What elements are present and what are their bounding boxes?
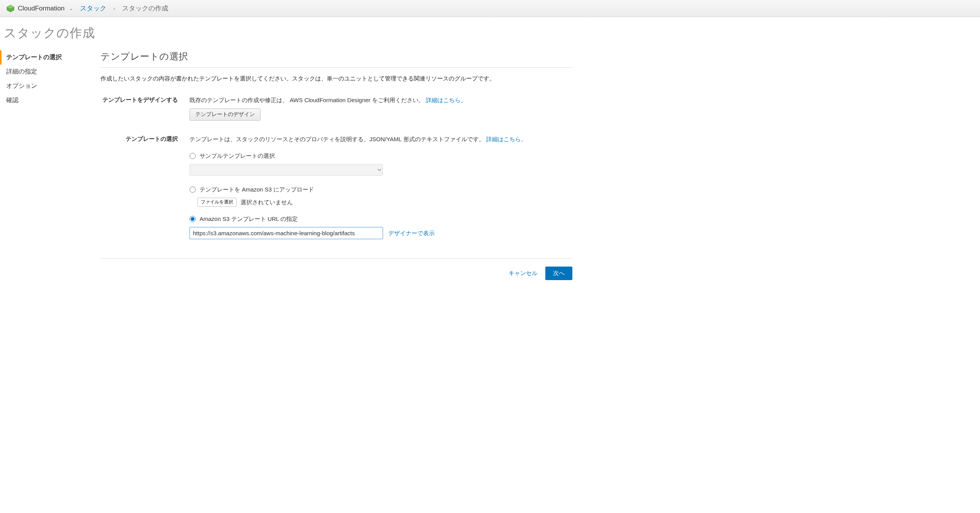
- sidebar-item-details[interactable]: 詳細の指定: [0, 65, 93, 79]
- cancel-button[interactable]: キャンセル: [509, 270, 538, 277]
- radio-s3url-label[interactable]: Amazon S3 テンプレート URL の指定: [200, 214, 298, 224]
- sidebar-item-label: オプション: [6, 82, 37, 89]
- view-in-designer-link[interactable]: デザイナーで表示: [388, 228, 435, 238]
- design-template-row: テンプレートをデザインする 既存のテンプレートの作成や修正は、 AWS Clou…: [101, 95, 572, 121]
- cloudformation-icon: [6, 4, 15, 13]
- service-selector[interactable]: CloudFormation ⌄: [6, 4, 73, 13]
- s3-url-row: デザイナーで表示: [190, 227, 572, 239]
- next-button[interactable]: 次へ: [545, 267, 572, 280]
- design-template-label: テンプレートをデザインする: [101, 95, 178, 121]
- breadcrumb-link-stacks[interactable]: スタック: [80, 4, 106, 13]
- main-content: テンプレートの選択 作成したいスタックの内容が書かれたテンプレートを選択してくだ…: [93, 47, 580, 296]
- radio-row-s3url: Amazon S3 テンプレート URL の指定: [190, 214, 572, 224]
- radio-upload-s3[interactable]: [190, 186, 196, 193]
- design-template-text: 既存のテンプレートの作成や修正は、 AWS CloudFormation Des…: [190, 97, 424, 103]
- section-description: 作成したいスタックの内容が書かれたテンプレートを選択してください。スタックは、単…: [101, 68, 572, 95]
- radio-sample-template[interactable]: [190, 153, 196, 159]
- choose-file-button[interactable]: ファイルを選択: [197, 198, 237, 207]
- sidebar-item-label: テンプレートの選択: [6, 54, 62, 60]
- radio-row-upload: テンプレートを Amazon S3 にアップロード: [190, 184, 572, 195]
- file-upload-row: ファイルを選択 選択されていません: [197, 197, 572, 207]
- radio-sample-label[interactable]: サンプルテンプレートの選択: [200, 150, 275, 161]
- select-details-link[interactable]: 詳細はこちら。: [486, 136, 527, 142]
- breadcrumb-current: スタックの作成: [122, 4, 168, 13]
- sample-template-select[interactable]: [190, 164, 383, 176]
- sidebar-item-template-select[interactable]: テンプレートの選択: [0, 50, 93, 65]
- design-template-button[interactable]: テンプレートのデザイン: [190, 108, 261, 121]
- radio-row-sample: サンプルテンプレートの選択: [190, 150, 572, 161]
- breadcrumb-separator: ›: [113, 5, 115, 12]
- select-template-row: テンプレートの選択 テンプレートは、スタックのリソースとそのプロパティを説明する…: [101, 134, 572, 239]
- wizard-sidebar: テンプレートの選択 詳細の指定 オプション 確認: [0, 47, 93, 296]
- radio-s3-url[interactable]: [190, 216, 196, 222]
- sidebar-item-options[interactable]: オプション: [0, 79, 93, 93]
- page-title: スタックの作成: [0, 17, 980, 47]
- select-template-label: テンプレートの選択: [101, 134, 178, 239]
- file-status-text: 選択されていません: [241, 197, 293, 207]
- sidebar-item-confirm[interactable]: 確認: [0, 93, 93, 108]
- section-title: テンプレートの選択: [101, 47, 572, 68]
- service-name: CloudFormation: [18, 5, 65, 12]
- s3-url-input[interactable]: [190, 227, 383, 239]
- chevron-down-icon: ⌄: [69, 6, 73, 11]
- sidebar-item-label: 詳細の指定: [6, 68, 37, 75]
- select-template-text: テンプレートは、スタックのリソースとそのプロパティを説明する、JSON/YAML…: [190, 136, 485, 142]
- radio-upload-label[interactable]: テンプレートを Amazon S3 にアップロード: [200, 184, 314, 195]
- design-details-link[interactable]: 詳細はこちら。: [426, 97, 466, 103]
- wizard-footer: キャンセル 次へ: [101, 258, 572, 280]
- sidebar-item-label: 確認: [6, 97, 19, 103]
- top-breadcrumb-bar: CloudFormation ⌄ スタック › スタックの作成: [0, 0, 980, 17]
